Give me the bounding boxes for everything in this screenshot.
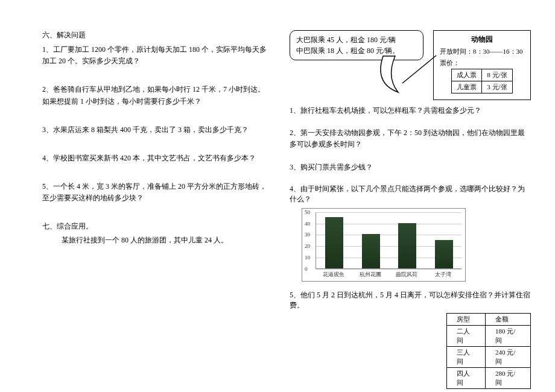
zoo-price-table: 成人票 8 元/张 儿童票 3 元/张 — [451, 69, 512, 93]
bubble-line-1: 大巴限乘 45 人，租金 180 元/辆 — [296, 34, 417, 45]
adult-ticket-label: 成人票 — [452, 69, 482, 81]
room-triple-label: 三人间 — [447, 346, 486, 367]
room-header-price: 金额 — [486, 313, 531, 325]
r-question-4: 4、由于时间紧张，以下几个景点只能选择两个参观，选哪两个比较好？为什么？ — [290, 184, 531, 204]
chart-ytick: 40 — [305, 221, 310, 227]
room-header-type: 房型 — [447, 313, 486, 325]
room-triple-price: 240 元/间 — [486, 346, 531, 367]
r-question-1: 1、旅行社租车去机场接，可以怎样租车？共需租金多少元？ — [290, 105, 531, 116]
chart-bar — [435, 240, 453, 268]
chart-xtick: 太子湾 — [435, 271, 451, 279]
room-double-label: 二人间 — [447, 325, 486, 346]
r-question-3: 3、购买门票共需多少钱？ — [290, 162, 531, 173]
zoo-info-box: 动物园 开放时间：8：30——16：30 票价： 成人票 8 元/张 儿童票 3… — [433, 30, 531, 100]
room-double-price: 180 元/间 — [486, 325, 531, 346]
section-7-body: 某旅行社接到一个 80 人的旅游团，其中儿童 24 人。 — [42, 235, 271, 245]
room-quad-label: 四人间 — [447, 367, 486, 388]
table-row: 儿童票 3 元/张 — [452, 81, 512, 93]
section-6-title: 六、解决问题 — [42, 30, 271, 40]
chart-ytick: 50 — [305, 209, 310, 215]
svg-line-0 — [402, 55, 436, 83]
question-3: 3、水果店运来 8 箱梨共 400 千克，卖出了 3 箱，卖出多少千克？ — [42, 124, 271, 136]
table-row: 房型 金额 — [447, 313, 531, 325]
question-2: 2、爸爸骑自行车从甲地到乙地，如果每小时行 12 千米，7 小时到达。如果想提前… — [42, 84, 271, 107]
room-quad-price: 280 元/间 — [486, 367, 531, 388]
chart-xtick: 花港观鱼 — [323, 271, 344, 279]
child-ticket-price: 3 元/张 — [482, 81, 512, 93]
room-price-table: 房型 金额 二人间 180 元/间 三人间 240 元/间 四人间 280 元/… — [446, 313, 531, 389]
section-7-title: 七、综合应用。 — [42, 221, 271, 232]
r-question-2: 2、第一天安排去动物园参观，下午 2：50 到达动物园，他们在动物园里最多可以参… — [290, 127, 531, 150]
zoo-open-time: 开放时间：8：30——16：30 — [440, 47, 524, 56]
chart-xtick: 杭州花圃 — [360, 271, 381, 279]
adult-ticket-price: 8 元/张 — [482, 69, 512, 81]
chart-bar — [398, 223, 416, 268]
question-5: 5、一个长 4 米，宽 3 米的客厅，准备铺上 20 平方分米的正方形地砖，至少… — [42, 181, 271, 204]
table-row: 四人间 280 元/间 — [447, 367, 531, 388]
question-4: 4、学校图书室买来新书 420 本，其中文艺书占，文艺书有多少本？ — [42, 153, 271, 164]
chart-ytick: 30 — [305, 232, 310, 238]
chart-bar — [325, 217, 343, 268]
chart-xtick: 曲院风荷 — [396, 271, 417, 279]
table-row: 成人票 8 元/张 — [452, 69, 512, 81]
zoo-price-label: 票价： — [440, 58, 524, 68]
r-question-5: 5、他们 5 月 2 日到达杭州，5 月 4 日离开，可以怎样安排住宿？并计算住… — [290, 290, 531, 311]
zoo-title: 动物园 — [440, 34, 524, 45]
question-1: 1、工厂要加工 1200 个零件，原计划每天加工 180 个，实际平均每天多加工… — [42, 44, 271, 67]
chart-ytick: 10 — [305, 254, 310, 261]
chart-ytick: 0 — [305, 266, 308, 272]
table-row: 三人间 240 元/间 — [447, 346, 531, 367]
child-ticket-label: 儿童票 — [452, 81, 482, 93]
pointer-line-icon — [401, 54, 437, 87]
chart-ytick: 20 — [305, 243, 310, 249]
attraction-bar-chart: 01020304050花港观鱼杭州花圃曲院风荷太子湾 — [302, 208, 466, 282]
chart-bar — [362, 234, 380, 268]
table-row: 二人间 180 元/间 — [447, 325, 531, 346]
